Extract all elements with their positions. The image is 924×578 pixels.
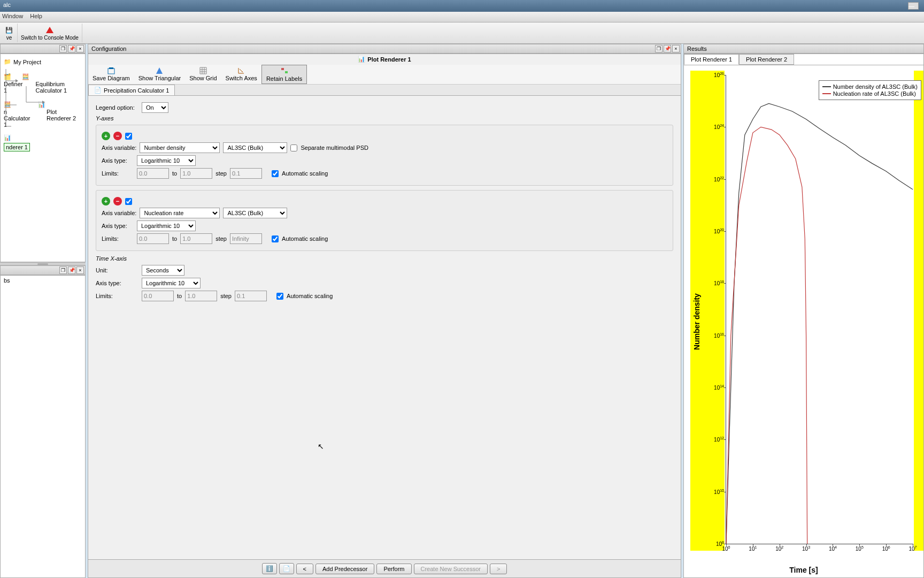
axis-enable-checkbox[interactable] <box>125 133 132 140</box>
remove-axis-button[interactable]: − <box>113 197 122 206</box>
save-button[interactable]: 💾 ve <box>1 24 18 42</box>
axis-variable-label: Axis variable: <box>102 144 136 151</box>
axis-type-select[interactable]: Logarithmic 10 <box>142 278 201 288</box>
save-diagram-icon <box>107 66 116 75</box>
switch-axes-icon <box>237 66 245 75</box>
tree-node-plot2[interactable]: 📊 <box>38 101 45 109</box>
switch-axes-button[interactable]: Switch Axes <box>221 65 261 84</box>
retain-labels-button[interactable]: Retain Labels <box>261 65 307 84</box>
limits-to-input[interactable] <box>185 291 217 301</box>
axis-type-label: Axis type: <box>102 157 134 164</box>
bottom-panel-header: ❐ 📌 × <box>0 265 86 275</box>
panel-close-button[interactable]: × <box>76 267 84 274</box>
back-button[interactable]: < <box>296 564 313 574</box>
limits-to-input[interactable] <box>180 168 212 179</box>
tree-node-eqcalc[interactable]: 🧮 <box>22 73 29 81</box>
limits-step-input[interactable] <box>235 291 267 301</box>
y-axis-label: Number density <box>692 293 701 350</box>
forward-button[interactable]: > <box>490 564 507 574</box>
panel-pin-button[interactable]: 📌 <box>664 45 671 52</box>
svg-marker-0 <box>46 27 53 33</box>
main-toolbar: 💾 ve Switch to Console Mode <box>0 22 924 44</box>
unit-label: Unit: <box>96 267 138 273</box>
auto-scaling-label: Automatic scaling <box>282 170 328 177</box>
plot-icon: 📊 <box>4 134 11 142</box>
limits-from-input[interactable] <box>137 233 169 244</box>
auto-scaling-checkbox[interactable] <box>276 293 283 300</box>
tree-node-project[interactable]: 📁 My Project <box>4 58 82 66</box>
definer-icon: 🗂️ <box>4 73 11 81</box>
y-axes-title: Y-axes <box>96 115 673 121</box>
folder-icon: 📁 <box>4 58 11 66</box>
limits-to-input[interactable] <box>180 233 212 244</box>
create-successor-button[interactable]: Create New Successor <box>414 564 488 574</box>
panel-restore-button[interactable]: ❐ <box>655 45 663 52</box>
tab-precipitation-calculator[interactable]: 📄 Precipitation Calculator 1 <box>88 85 175 95</box>
menu-help[interactable]: Help <box>30 13 42 19</box>
svg-rect-9 <box>285 71 288 73</box>
panel-close-button[interactable]: × <box>76 45 84 52</box>
triangle-icon <box>155 66 164 75</box>
auto-scaling-checkbox[interactable] <box>272 170 279 177</box>
add-axis-button[interactable]: + <box>102 197 110 206</box>
axis-variable-select[interactable]: Number density <box>140 142 220 153</box>
limits-from-input[interactable] <box>142 291 174 301</box>
add-axis-button[interactable]: + <box>102 132 110 140</box>
panel-resizer[interactable] <box>0 262 86 265</box>
unit-select[interactable]: Seconds <box>142 265 184 276</box>
tree-node-ncalc[interactable]: 🧮 <box>4 101 11 109</box>
svg-rect-4 <box>108 69 114 74</box>
switch-console-button[interactable]: Switch to Console Mode <box>18 24 82 42</box>
legend-line-1 <box>822 86 831 87</box>
panel-close-button[interactable]: × <box>672 45 680 52</box>
separate-psd-checkbox[interactable] <box>290 144 297 151</box>
axis-type-select[interactable]: Logarithmic 10 <box>137 155 196 166</box>
legend-option-select[interactable]: On <box>142 102 168 113</box>
limits-label: Limits: <box>102 235 134 242</box>
results-header: Results <box>683 44 924 54</box>
perform-button[interactable]: Perform <box>376 564 411 574</box>
auto-scaling-label: Automatic scaling <box>282 235 328 242</box>
limits-from-input[interactable] <box>137 168 169 179</box>
axis-variable-select[interactable]: Nucleation rate <box>140 208 220 218</box>
add-predecessor-button[interactable]: Add Predecessor <box>315 564 374 574</box>
tree-node-definer[interactable]: 🗂️ <box>4 73 11 81</box>
window-titlebar: alc — <box>0 0 924 12</box>
configuration-title: Configuration <box>91 45 126 52</box>
bottom-button-bar: ℹ️ 📄 < Add Predecessor Perform Create Ne… <box>88 559 681 577</box>
minimize-button[interactable]: — <box>908 2 919 10</box>
plot-icon: 📊 <box>358 56 365 63</box>
axis-type-select[interactable]: Logarithmic 10 <box>137 220 196 231</box>
remove-axis-button[interactable]: − <box>113 132 122 140</box>
separate-psd-label: Separate multimodal PSD <box>301 144 368 151</box>
menu-window[interactable]: Window <box>2 13 23 19</box>
chart-area: Number density Number density of AL3SC (… <box>684 65 923 577</box>
axis-variable-label: Axis variable: <box>102 210 136 216</box>
help-button[interactable]: ℹ️ <box>262 563 277 574</box>
x-axis-label: Time [s] <box>789 566 818 574</box>
plot-region: 1081010101210141016101810201022102410261… <box>726 75 913 544</box>
limits-step-input[interactable] <box>230 168 262 179</box>
notes-button[interactable]: 📄 <box>279 563 294 574</box>
panel-pin-button[interactable]: 📌 <box>68 45 75 52</box>
plot-renderer-subtitle: 📊 Plot Renderer 1 <box>88 54 681 65</box>
tree-node-renderer1-selected[interactable]: nderer 1 <box>4 143 30 151</box>
show-triangular-button[interactable]: Show Triangular <box>134 65 186 84</box>
auto-scaling-label: Automatic scaling <box>287 293 333 299</box>
project-tree-panel: 📁 My Project 🗂️ 🧮 Defi <box>0 54 86 262</box>
tab-plot-renderer-1[interactable]: Plot Renderer 1 <box>684 54 739 65</box>
axis-enable-checkbox[interactable] <box>125 198 132 205</box>
plot-toolbar: Save Diagram Show Triangular Show Grid S… <box>88 65 681 85</box>
axis-type-label: Axis type: <box>96 280 138 286</box>
menubar: Window Help <box>0 12 924 22</box>
panel-pin-button[interactable]: 📌 <box>68 267 75 274</box>
limits-step-input[interactable] <box>230 233 262 244</box>
auto-scaling-checkbox[interactable] <box>272 235 279 242</box>
tab-plot-renderer-2[interactable]: Plot Renderer 2 <box>739 54 794 65</box>
panel-restore-button[interactable]: ❐ <box>59 45 67 52</box>
axis-phase-select[interactable]: AL3SC (Bulk) <box>223 142 287 153</box>
axis-phase-select[interactable]: AL3SC (Bulk) <box>223 208 287 218</box>
show-grid-button[interactable]: Show Grid <box>185 65 221 84</box>
panel-restore-button[interactable]: ❐ <box>59 267 67 274</box>
save-diagram-button[interactable]: Save Diagram <box>88 65 134 84</box>
